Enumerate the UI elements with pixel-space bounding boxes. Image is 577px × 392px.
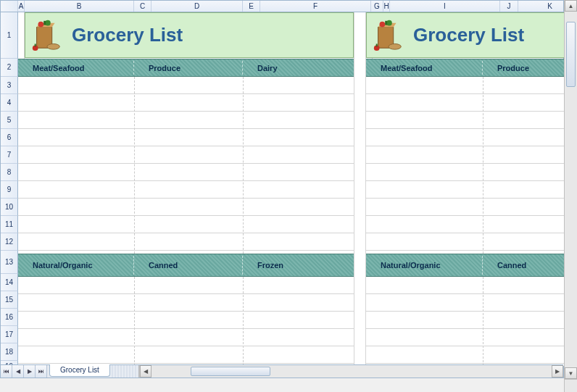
section-natural-organic-2[interactable]: Natural/Organic	[366, 254, 483, 276]
grocery-bag-icon	[30, 17, 66, 54]
col-header-H[interactable]: H	[383, 1, 390, 12]
grocery-banner-right: Grocery List	[366, 12, 565, 58]
section-bar-mid-left: Natural/Organic Canned Frozen	[18, 254, 354, 277]
row-header-7[interactable]: 7	[1, 146, 18, 164]
banner-title-right: Grocery List	[413, 24, 524, 46]
hscroll-right-icon[interactable]: ▶	[552, 365, 563, 378]
section-produce-2[interactable]: Produce	[483, 59, 565, 76]
row-header-6[interactable]: 6	[1, 129, 18, 146]
row-header-4[interactable]: 4	[1, 94, 18, 112]
row-header-8[interactable]: 8	[1, 164, 18, 181]
section-frozen[interactable]: Frozen	[243, 254, 354, 276]
sheet-tab-grocery-list[interactable]: Grocery List	[49, 364, 110, 377]
col-header-D[interactable]: D	[151, 1, 243, 12]
svg-point-2	[38, 21, 44, 27]
vertical-scrollbar[interactable]: ▲ ▼	[564, 0, 577, 392]
list-block-mid-right[interactable]	[366, 277, 565, 366]
section-dairy[interactable]: Dairy	[243, 59, 354, 76]
row-header-3[interactable]: 3	[1, 77, 18, 94]
section-bar-mid-right: Natural/Organic Canned	[366, 254, 565, 277]
row-header-18[interactable]: 18	[1, 343, 18, 361]
svg-rect-7	[35, 43, 36, 46]
row-header-2[interactable]: 2	[1, 59, 18, 77]
svg-rect-15	[376, 43, 378, 46]
vscroll-thumb[interactable]	[566, 22, 576, 87]
row-header-1[interactable]: 1	[1, 12, 18, 59]
col-header-F[interactable]: F	[260, 1, 371, 12]
section-meat-seafood-2[interactable]: Meat/Seafood	[366, 59, 483, 76]
section-bar-top-left: Meat/Seafood Produce Dairy	[18, 59, 354, 77]
banner-title-left: Grocery List	[72, 24, 183, 46]
workbook: A B C D E F G H I J K 1 2 3 4 5 6 7 8 9 …	[0, 0, 564, 378]
row-header-10[interactable]: 10	[1, 199, 18, 216]
svg-point-5	[47, 43, 59, 49]
col-header-I[interactable]: I	[390, 1, 500, 12]
bottom-bar: ⏮ ◀ ▶ ⏭ Grocery List ◀ ▶	[1, 364, 563, 378]
grocery-banner-left: Grocery List	[25, 12, 354, 58]
col-header-A[interactable]: A	[18, 1, 25, 12]
row-header-14[interactable]: 14	[1, 274, 18, 291]
scroll-corner	[565, 379, 577, 392]
list-block-top-left[interactable]	[18, 77, 354, 254]
row-header-16[interactable]: 16	[1, 309, 18, 326]
col-g-gap[interactable]	[354, 12, 366, 378]
row-header-5[interactable]: 5	[1, 112, 18, 129]
section-natural-organic[interactable]: Natural/Organic	[18, 254, 134, 276]
tab-nav-first-icon[interactable]: ⏮	[1, 365, 12, 378]
svg-point-10	[380, 21, 386, 27]
hscroll-thumb[interactable]	[191, 367, 270, 376]
vscroll-up-icon[interactable]: ▲	[565, 0, 577, 12]
row-header-12[interactable]: 12	[1, 233, 18, 251]
tab-nav-prev-icon[interactable]: ◀	[12, 365, 24, 378]
col-header-C[interactable]: C	[134, 1, 151, 12]
hscroll-left-icon[interactable]: ◀	[140, 365, 151, 378]
row-header-17[interactable]: 17	[1, 326, 18, 343]
vscroll-down-icon[interactable]: ▼	[565, 367, 577, 379]
section-produce[interactable]: Produce	[134, 59, 243, 76]
col-header-E[interactable]: E	[243, 1, 260, 12]
row-header-gutter: 1 2 3 4 5 6 7 8 9 10 11 12 13 14 15 16 1…	[1, 12, 18, 364]
section-meat-seafood[interactable]: Meat/Seafood	[18, 59, 134, 76]
section-canned-2[interactable]: Canned	[483, 254, 565, 276]
section-bar-top-right: Meat/Seafood Produce	[366, 59, 565, 77]
col-header-G[interactable]: G	[371, 1, 383, 12]
row-header-11[interactable]: 11	[1, 216, 18, 233]
svg-point-11	[386, 20, 392, 25]
select-all-corner[interactable]	[1, 1, 18, 12]
list-block-mid-left[interactable]	[18, 277, 354, 366]
list-block-top-right[interactable]	[366, 77, 565, 254]
row-header-9[interactable]: 9	[1, 181, 18, 199]
col-header-J[interactable]: J	[500, 1, 518, 12]
col-header-B[interactable]: B	[25, 1, 134, 12]
column-header-row: A B C D E F G H I J K	[1, 1, 563, 12]
tab-split-handle[interactable]	[110, 365, 139, 378]
svg-point-3	[45, 20, 51, 25]
row-header-13[interactable]: 13	[1, 251, 18, 274]
svg-point-13	[389, 43, 401, 49]
row-header-15[interactable]: 15	[1, 291, 18, 309]
tab-nav-last-icon[interactable]: ⏭	[36, 365, 47, 378]
svg-rect-12	[385, 20, 387, 25]
grocery-bag-icon	[371, 17, 407, 54]
section-canned[interactable]: Canned	[134, 254, 243, 276]
tab-nav-next-icon[interactable]: ▶	[24, 365, 36, 378]
horizontal-scrollbar[interactable]: ◀ ▶	[139, 365, 563, 378]
svg-rect-4	[43, 20, 46, 25]
